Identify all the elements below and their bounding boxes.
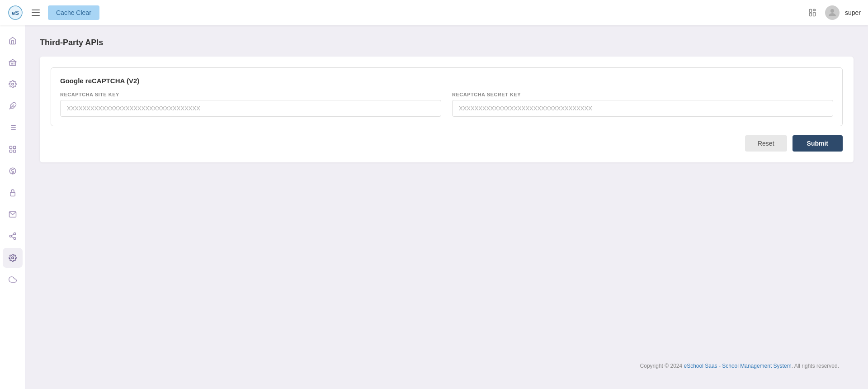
- site-key-label: RECAPTCHA SITE KEY: [60, 92, 441, 97]
- secret-key-group: RECAPTCHA SECRET KEY: [452, 92, 833, 117]
- footer-link[interactable]: eSchool Saas - School Management System: [684, 363, 792, 369]
- svg-point-29: [14, 233, 16, 235]
- username-label: super: [845, 9, 861, 16]
- footer: Copyright © 2024 eSchool Saas - School M…: [40, 356, 854, 376]
- form-row: RECAPTCHA SITE KEY RECAPTCHA SECRET KEY: [60, 92, 833, 117]
- notification-icon[interactable]: [805, 5, 820, 20]
- sidebar-item-gear[interactable]: [3, 248, 23, 268]
- sidebar-item-network[interactable]: [3, 226, 23, 246]
- cache-clear-button[interactable]: Cache Clear: [48, 5, 99, 20]
- sidebar-item-lock[interactable]: [3, 183, 23, 203]
- footer-suffix: . All rights reserved.: [792, 363, 839, 369]
- sidebar-item-puzzle[interactable]: [3, 96, 23, 116]
- secret-key-label: RECAPTCHA SECRET KEY: [452, 92, 833, 97]
- svg-rect-5: [813, 12, 816, 16]
- page-title: Third-Party APIs: [40, 38, 854, 47]
- main-layout: Third-Party APIs Google reCAPTCHA (V2) R…: [0, 25, 868, 389]
- section-title: Google reCAPTCHA (V2): [60, 77, 833, 85]
- avatar[interactable]: [825, 5, 840, 20]
- sidebar-item-home[interactable]: [3, 31, 23, 51]
- spacer: [40, 162, 854, 356]
- svg-rect-22: [9, 150, 12, 152]
- sidebar: [0, 25, 25, 389]
- sidebar-item-mail[interactable]: [3, 204, 23, 224]
- svg-point-11: [11, 83, 14, 85]
- svg-point-6: [830, 9, 834, 13]
- svg-rect-4: [813, 9, 816, 11]
- svg-rect-3: [809, 13, 811, 16]
- svg-line-33: [11, 234, 14, 236]
- card: Google reCAPTCHA (V2) RECAPTCHA SITE KEY…: [40, 57, 854, 162]
- submit-button[interactable]: Submit: [793, 135, 843, 152]
- svg-line-32: [11, 237, 14, 238]
- site-key-group: RECAPTCHA SITE KEY: [60, 92, 441, 117]
- reset-button[interactable]: Reset: [745, 135, 787, 152]
- svg-rect-2: [809, 9, 811, 13]
- form-actions: Reset Submit: [51, 135, 843, 152]
- svg-rect-20: [9, 146, 12, 148]
- header: eS Cache Clear super: [0, 0, 868, 25]
- sidebar-item-modules[interactable]: [3, 139, 23, 159]
- sidebar-item-money[interactable]: [3, 161, 23, 181]
- header-right: super: [805, 5, 861, 20]
- sidebar-item-list[interactable]: [3, 118, 23, 138]
- svg-text:eS: eS: [12, 9, 19, 16]
- svg-point-34: [11, 257, 14, 259]
- svg-rect-27: [10, 192, 15, 196]
- footer-copyright: Copyright © 2024: [640, 363, 684, 369]
- svg-rect-21: [13, 146, 15, 148]
- svg-point-30: [9, 235, 12, 237]
- recaptcha-section: Google reCAPTCHA (V2) RECAPTCHA SITE KEY…: [51, 67, 843, 126]
- secret-key-input[interactable]: [452, 100, 833, 117]
- main-content: Third-Party APIs Google reCAPTCHA (V2) R…: [25, 25, 868, 389]
- app-logo: eS: [7, 5, 24, 21]
- hamburger-button[interactable]: [29, 7, 42, 19]
- site-key-input[interactable]: [60, 100, 441, 117]
- sidebar-item-bank[interactable]: [3, 52, 23, 72]
- svg-rect-23: [13, 150, 15, 152]
- svg-point-31: [14, 237, 16, 240]
- sidebar-item-settings[interactable]: [3, 74, 23, 94]
- sidebar-item-cloud[interactable]: [3, 270, 23, 289]
